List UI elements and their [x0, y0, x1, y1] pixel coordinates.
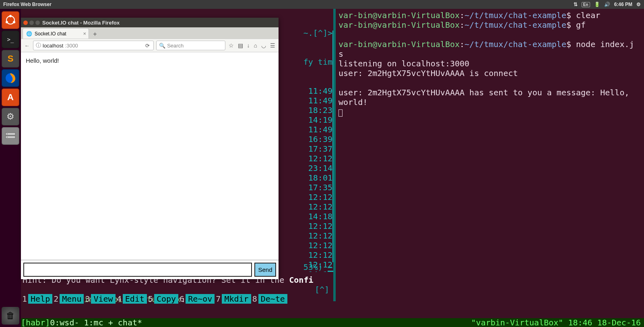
- page-content: Hello, world!: [21, 52, 279, 260]
- network-icon[interactable]: ⇅: [574, 2, 578, 7]
- mc-mtime: 12:12: [279, 221, 332, 231]
- downloads-icon[interactable]: ↓: [247, 42, 250, 49]
- home-icon[interactable]: ⌂: [254, 42, 257, 49]
- clock[interactable]: 6:46 PM: [614, 2, 632, 7]
- tmux-session: [habr]: [21, 318, 50, 327]
- gear-icon[interactable]: ⚙: [636, 2, 641, 7]
- mc-mtime: 12:12: [279, 241, 332, 250]
- reload-icon[interactable]: ⟳: [144, 43, 151, 49]
- window-close-icon[interactable]: [23, 21, 28, 25]
- node-terminal-pane[interactable]: var-bin@varbin-VirtualBox:~/t/tmux/chat-…: [336, 9, 644, 301]
- fkey-copy[interactable]: 5Copy: [147, 294, 178, 303]
- mc-mtime: 11:49: [279, 125, 332, 134]
- fkey-edit[interactable]: 4Edit: [116, 294, 147, 303]
- mc-mtime: 12:12: [279, 250, 332, 260]
- window-title: Socket.IO chat - Mozilla Firefox: [42, 20, 120, 26]
- mc-mtime: 23:14: [279, 163, 332, 173]
- launcher-sublime[interactable]: S: [2, 50, 19, 68]
- mc-mtime: 18:01: [279, 173, 332, 183]
- svg-point-2: [13, 21, 15, 23]
- tab-favicon: 🌐: [26, 31, 32, 37]
- hamburger-menu-icon[interactable]: ☰: [270, 42, 275, 49]
- tmux-windows[interactable]: 0:wsd- 1:mc + chat*: [50, 318, 142, 327]
- send-button[interactable]: Send: [254, 263, 276, 277]
- browser-tab[interactable]: 🌐 Socket.IO chat ×: [23, 28, 89, 39]
- tmux-status-right: "varbin-VirtualBox" 18:46 18-Dec-16: [471, 318, 644, 327]
- firefox-window: Socket.IO chat - Mozilla Firefox 🌐 Socke…: [21, 18, 279, 279]
- window-maximize-icon[interactable]: [35, 21, 40, 25]
- mc-function-keys[interactable]: 1Help2Menu3View4Edit5Copy6Re~ov7Mkdir8De…: [21, 294, 315, 303]
- mc-mtime: 12:12: [279, 154, 332, 163]
- mc-mtime: 16:39: [279, 134, 332, 144]
- mc-panel-column: ~.[^]> fy tim 11:4911:4918:2314:1911:491…: [279, 9, 334, 272]
- active-app-title: Firefox Web Browser: [3, 2, 52, 7]
- mc-mtime: 12:12: [279, 202, 332, 212]
- launcher-dash[interactable]: [2, 11, 19, 29]
- system-indicators: ⇅ En 🔋 🔊 6:46 PM ⚙: [574, 2, 641, 7]
- svg-point-7: [7, 134, 8, 134]
- mc-mtime: 12:12: [279, 192, 332, 202]
- nav-back-icon[interactable]: ←: [23, 43, 31, 49]
- tab-title: Socket.IO chat: [35, 31, 66, 37]
- mc-bracket: [^]: [315, 285, 329, 310]
- mc-mtime: 11:49: [279, 96, 332, 105]
- fkey-mkdir[interactable]: 7Mkdir: [215, 294, 251, 303]
- svg-point-1: [9, 15, 12, 17]
- search-bar[interactable]: 🔍 Search: [156, 41, 225, 50]
- mc-mtime: 18:23: [279, 105, 332, 115]
- fkey-de~te[interactable]: 8De~te: [251, 294, 287, 303]
- mc-mtime: 17:37: [279, 144, 332, 154]
- new-tab-button[interactable]: +: [91, 30, 99, 39]
- launcher-files[interactable]: [2, 127, 19, 145]
- mc-mtime: 14:18: [279, 212, 332, 221]
- launcher-terminal[interactable]: >_: [2, 31, 19, 48]
- mc-mtime: 11:49: [279, 86, 332, 96]
- fkey-help[interactable]: 1Help: [21, 294, 52, 303]
- launcher-trash[interactable]: 🗑: [2, 307, 19, 325]
- system-topbar: Firefox Web Browser ⇅ En 🔋 🔊 6:46 PM ⚙: [0, 0, 644, 9]
- url-rest: :3000: [65, 43, 78, 49]
- battery-icon[interactable]: 🔋: [594, 2, 600, 7]
- tmux-status-bar: [habr] 0:wsd- 1:mc + chat* "varbin-Virtu…: [21, 318, 644, 327]
- launcher-settings[interactable]: ⚙: [2, 108, 19, 125]
- fkey-menu[interactable]: 2Menu: [52, 294, 84, 303]
- firefox-toolbar: ← ⓘ localhost:3000 ⟳ 🔍 Search ☆ ▤ ↓ ⌂ ◡ …: [21, 39, 279, 52]
- unity-launcher: >_ S A ⚙ 🗑: [0, 9, 21, 327]
- mc-mtime: 14:19: [279, 115, 332, 125]
- library-icon[interactable]: ▤: [238, 42, 243, 49]
- launcher-software[interactable]: A: [2, 88, 19, 106]
- pocket-icon[interactable]: ◡: [261, 42, 266, 49]
- tab-close-icon[interactable]: ×: [83, 31, 86, 37]
- window-minimize-icon[interactable]: [29, 21, 34, 25]
- bookmark-star-icon[interactable]: ☆: [229, 42, 234, 49]
- identity-icon[interactable]: ⓘ: [36, 42, 41, 49]
- launcher-firefox[interactable]: [2, 69, 19, 87]
- search-placeholder: Search: [167, 43, 184, 49]
- mc-mtime: 12:12: [279, 231, 332, 241]
- search-icon: 🔍: [159, 43, 165, 49]
- firefox-titlebar[interactable]: Socket.IO chat - Mozilla Firefox: [21, 18, 279, 27]
- chat-input-bar: Send: [21, 260, 279, 279]
- fkey-view[interactable]: 3View: [84, 294, 115, 303]
- url-bar[interactable]: ⓘ localhost:3000 ⟳: [33, 41, 154, 50]
- mc-mtime: 17:35: [279, 183, 332, 192]
- page-text: Hello, world!: [26, 57, 59, 64]
- lang-indicator[interactable]: En: [582, 2, 590, 7]
- sound-icon[interactable]: 🔊: [604, 2, 610, 7]
- chat-message-input[interactable]: [23, 263, 252, 277]
- svg-point-3: [6, 21, 8, 23]
- firefox-tabstrip: 🌐 Socket.IO chat × +: [21, 27, 279, 39]
- svg-point-8: [7, 137, 8, 138]
- tmux-pane-divider[interactable]: [333, 9, 336, 301]
- url-host: localhost: [43, 43, 63, 49]
- fkey-re~ov[interactable]: 6Re~ov: [178, 294, 215, 303]
